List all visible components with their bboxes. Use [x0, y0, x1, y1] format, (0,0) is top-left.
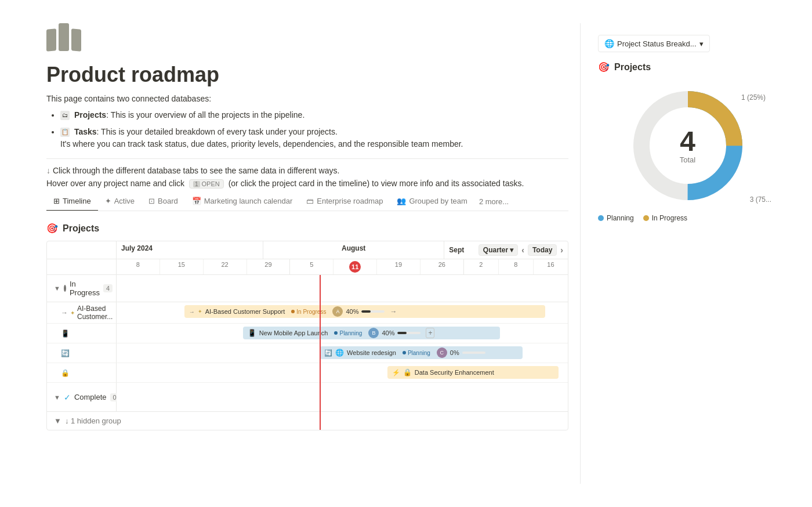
cal-months: July 2024 August Sept Quarter ▾ ‹	[117, 241, 568, 259]
task1-status-text: In Progress	[296, 309, 326, 315]
day-22: 22	[204, 259, 247, 274]
tab-timeline[interactable]: ⊞ Timeline	[46, 192, 98, 211]
logo-area	[46, 23, 568, 51]
divider	[46, 158, 568, 159]
hint2b-text: (or click the project card in the timeli…	[229, 179, 524, 188]
sidebar-globe-icon: 🌐	[604, 39, 614, 48]
tab-more[interactable]: 2 more...	[474, 193, 513, 211]
day-16: 16	[534, 259, 568, 274]
task3-avatar: C	[437, 347, 447, 358]
complete-text: Complete	[74, 393, 107, 401]
task3-progress-track	[462, 352, 485, 354]
tasks-db-icon: 📋	[60, 128, 70, 137]
in-progress-count: 4	[103, 284, 113, 292]
task1-label: AI-Based Customer...	[77, 305, 113, 321]
task1-arrow-left: →	[189, 309, 195, 315]
month-sept-label: Sept	[449, 246, 464, 254]
tasks-label: Tasks	[74, 127, 97, 136]
pct-bottom-right: 3 (75...	[750, 195, 771, 204]
pct-top-right: 1 (25%)	[741, 93, 766, 102]
timeline-controls: Quarter ▾ ‹ Today ›	[478, 244, 563, 256]
prev-btn[interactable]: ‹	[521, 245, 524, 255]
tab-marketing-label: Marketing launch calendar	[204, 197, 292, 205]
task1-star2: ✦	[198, 309, 202, 314]
today-btn[interactable]: Today	[528, 244, 557, 256]
task-row-1: → ✦ AI-Based Customer... → ✦ AI-Based Cu…	[47, 302, 568, 324]
projects-text: : This is your overview of all the proje…	[106, 110, 304, 119]
next-btn[interactable]: ›	[560, 245, 563, 255]
hidden-group-row[interactable]: ▼ ↓ 1 hidden group	[47, 412, 568, 430]
legend-in-progress-dot	[643, 215, 649, 221]
tab-active[interactable]: ✦ Active	[98, 192, 142, 211]
task4-timeline: ⚡ 🔒 Data Security Enhancement	[117, 363, 568, 383]
legend-in-progress: In Progress	[643, 214, 687, 222]
quarter-btn[interactable]: Quarter ▾	[478, 244, 518, 256]
tab-marketing[interactable]: 📅 Marketing launch calendar	[185, 192, 299, 211]
day-19: 19	[377, 259, 420, 274]
task2-pct: 40%	[382, 329, 394, 336]
tab-grouped[interactable]: 👥 Grouped by team	[390, 192, 474, 211]
task3-bar[interactable]: 🔄 🌐 Website redesign Planning C 0%	[320, 346, 523, 359]
cal-empty-label	[47, 241, 117, 259]
days-empty	[47, 259, 117, 274]
task1-bar[interactable]: → ✦ AI-Based Customer Support In Progres…	[184, 305, 545, 318]
sidebar-view-dropdown[interactable]: 🌐 Project Status Breakd... ▾	[598, 35, 710, 52]
section-title: Projects	[63, 223, 99, 234]
task1-progress-fill	[361, 310, 371, 313]
today-label: Today	[532, 246, 552, 254]
sidebar-db-icon: 🎯	[598, 61, 610, 73]
hint2-text: Hover over any project name and click	[46, 179, 187, 188]
task1-pct: 40%	[346, 308, 358, 315]
task2-status: Planning	[331, 329, 365, 337]
tasks-subtext: It's where you can track task status, du…	[60, 139, 463, 149]
tab-board-label: Board	[158, 197, 178, 205]
page-title: Product roadmap	[46, 63, 568, 87]
section-db-icon: 🎯	[46, 223, 58, 234]
hidden-group-label: ↓ 1 hidden group	[65, 417, 121, 425]
month-august-label: August	[342, 244, 365, 252]
task2-bar-label: New Mobile App Launch	[259, 329, 328, 336]
group-in-progress: ▼ In Progress 4	[47, 275, 568, 302]
task2-progress-fill	[397, 332, 407, 334]
task3-status: Planning	[399, 349, 434, 357]
task4-icon: 🔒	[61, 369, 70, 377]
task1-progress-track	[361, 310, 385, 313]
bullet-tasks: 📋 Tasks: This is your detailed breakdown…	[60, 126, 568, 150]
sidebar-section-title: 🎯 Projects	[598, 61, 777, 73]
toggle-in-progress[interactable]: ▼	[54, 285, 60, 292]
day-29: 29	[247, 259, 291, 274]
legend-planning-label: Planning	[607, 214, 634, 222]
task2-bar[interactable]: 📱 New Mobile App Launch Planning B 40%	[243, 327, 500, 339]
tab-board[interactable]: ⊡ Board	[142, 192, 185, 211]
tab-more-label: 2 more...	[479, 197, 509, 206]
task3-timeline: 🔄 🌐 Website redesign Planning C 0%	[117, 343, 568, 363]
today-line	[320, 275, 321, 430]
toggle-complete[interactable]: ▼	[54, 394, 60, 401]
badge-label: OPEN	[202, 180, 220, 187]
donut-center: 4 Total	[680, 128, 695, 164]
hint2: Hover over any project name and click 1 …	[46, 179, 568, 189]
legend-planning: Planning	[598, 214, 634, 222]
page-description: This page contains two connected databas…	[46, 94, 568, 103]
board-icon: ⊡	[148, 197, 155, 205]
pct-label2: 3 (75...	[750, 195, 771, 204]
task2-expand-btn[interactable]: +	[426, 328, 434, 338]
complete-timeline-area	[117, 383, 568, 412]
donut-total-num: 4	[680, 128, 695, 155]
tab-enterprise[interactable]: 🗃 Enterprise roadmap	[299, 192, 390, 211]
hint-arrow: ↓	[46, 166, 50, 175]
logo-icon	[46, 23, 81, 51]
tab-enterprise-label: Enterprise roadmap	[317, 197, 383, 205]
sidebar: 🌐 Project Status Breakd... ▾ 🎯 Projects …	[580, 23, 777, 484]
task4-bar[interactable]: ⚡ 🔒 Data Security Enhancement	[387, 366, 559, 379]
tab-timeline-label: Timeline	[63, 197, 91, 205]
day-8s: 8	[499, 259, 534, 274]
chevron-down-icon: ▾	[510, 246, 513, 254]
task3-bar-label: Website redesign	[347, 349, 396, 356]
month-august: August	[263, 241, 444, 259]
task4-label-cell: 🔒	[47, 363, 117, 383]
in-progress-text: In Progress	[70, 280, 100, 297]
group-complete: ▼ ✓ Complete 0	[47, 383, 568, 412]
tasks-text: : This is your detailed breakdown of eve…	[97, 127, 338, 136]
enterprise-icon: 🗃	[306, 197, 314, 205]
